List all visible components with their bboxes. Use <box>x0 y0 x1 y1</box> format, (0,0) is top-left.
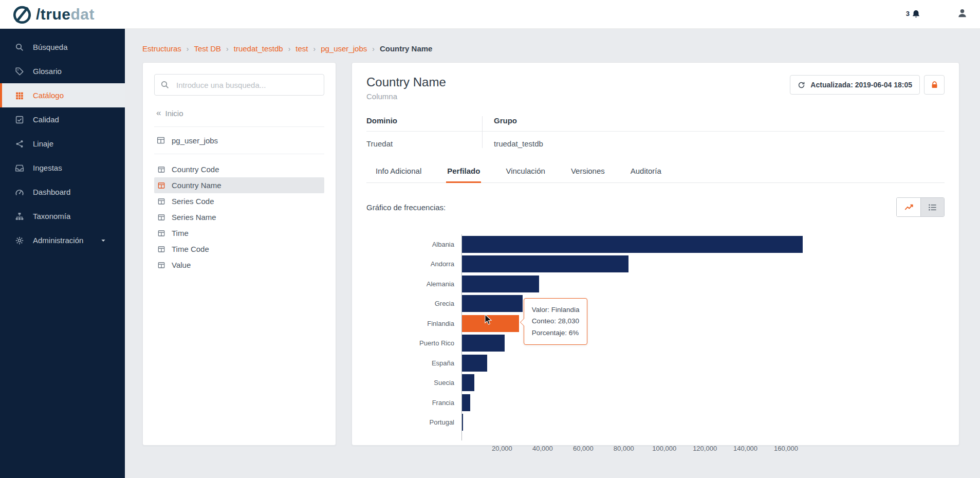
tab-auditoria[interactable]: Auditoría <box>630 167 662 182</box>
columns-icon <box>157 197 165 206</box>
chart-bar-row <box>462 274 806 294</box>
inbox-icon <box>14 163 25 173</box>
field-value-grupo: truedat_testdb <box>482 132 945 148</box>
sidebar-item-linaje[interactable]: Linaje <box>0 132 125 156</box>
tooltip-line: Conteo: 28,030 <box>532 316 580 327</box>
sidebar-item-calidad[interactable]: Calidad <box>0 107 125 132</box>
detail-tabs: Info AdicionalPerfiladoVinculaciónVersio… <box>366 167 945 183</box>
columns-icon <box>157 261 165 269</box>
column-item-label: Series Name <box>172 213 216 222</box>
list-view-toggle[interactable] <box>920 198 944 216</box>
sidebar-item-ingestas[interactable]: Ingestas <box>0 156 125 180</box>
chart-bar-row <box>462 334 806 354</box>
tag-icon <box>14 67 25 76</box>
chart-bar-row <box>462 234 806 254</box>
sidebar-item-dashboard[interactable]: Dashboard <box>0 180 125 204</box>
sidebar-menu: BúsquedaGlosarioCatálogoCalidadLinajeIng… <box>0 29 125 478</box>
column-item-label: Value <box>172 261 191 269</box>
chart-category-label: Suecia <box>366 373 461 393</box>
sidebar-item-label: Catálogo <box>33 91 64 100</box>
x-tick-label: 20,000 <box>492 445 512 452</box>
column-item-label: Country Name <box>172 181 221 190</box>
user-menu-button[interactable] <box>957 8 968 21</box>
sidebar-item-glosario[interactable]: Glosario <box>0 59 125 83</box>
tab-perfilado[interactable]: Perfilado <box>446 167 481 182</box>
share-icon <box>14 139 25 149</box>
chart-tooltip: Valor: FinlandiaConteo: 28,030Porcentaje… <box>524 298 588 345</box>
sidebar-item-taxonomia[interactable]: Taxonomía <box>0 204 125 228</box>
gear-icon <box>14 236 25 245</box>
breadcrumb-separator: › <box>313 45 316 53</box>
column-item-time[interactable]: Time <box>154 225 324 241</box>
chart-plot-area: Valor: FinlandiaConteo: 28,030Porcentaje… <box>461 234 806 440</box>
breadcrumb-link-test-db[interactable]: Test DB <box>194 44 221 53</box>
x-tick-label: 140,000 <box>733 445 757 452</box>
check-square-icon <box>14 115 25 124</box>
chart-category-label: Finlandia <box>366 314 461 334</box>
sidebar-item-label: Administración <box>33 236 83 245</box>
caret-down-icon <box>98 236 108 245</box>
column-item-label: Time Code <box>172 245 209 253</box>
chart-category-label: Alemania <box>366 274 461 294</box>
chart-bar-espana[interactable] <box>462 355 487 372</box>
search-icon <box>14 43 25 52</box>
sidebar-item-catalogo[interactable]: Catálogo <box>0 83 125 107</box>
x-tick-label: 100,000 <box>652 445 676 452</box>
chart-bar-row <box>462 373 806 393</box>
columns-icon <box>157 166 165 174</box>
back-label: Inicio <box>165 109 183 118</box>
brand-text: /truedat <box>36 6 95 23</box>
column-item-time-code[interactable]: Time Code <box>154 241 324 257</box>
column-item-series-name[interactable]: Series Name <box>154 209 324 225</box>
structure-type-label: Columna <box>366 92 446 101</box>
sidebar-item-administracion[interactable]: Administración <box>0 228 125 252</box>
chart-bar-portugal[interactable] <box>462 414 463 431</box>
column-item-value[interactable]: Value <box>154 257 324 273</box>
chevron-double-left-icon: « <box>156 108 160 118</box>
chart-view-toggle[interactable] <box>897 198 920 216</box>
tooltip-line: Valor: Finlandia <box>532 304 580 316</box>
chart-bar-albania[interactable] <box>462 236 803 253</box>
chart-category-labels: AlbaniaAndorraAlemaniaGreciaFinlandiaPue… <box>366 234 461 440</box>
breadcrumb-link-estructuras[interactable]: Estructuras <box>142 44 181 53</box>
breadcrumb-link-truedat-testdb[interactable]: truedat_testdb <box>234 44 283 53</box>
confidential-lock-button[interactable] <box>924 75 945 95</box>
notifications-button[interactable]: 3 <box>906 9 921 19</box>
chart-category-label: Albania <box>366 234 461 254</box>
field-label-dominio: Dominio <box>366 116 482 132</box>
grid-icon <box>14 91 25 100</box>
tab-versiones[interactable]: Versiones <box>570 167 606 182</box>
breadcrumb-link-test[interactable]: test <box>295 44 308 53</box>
sidebar-item-label: Taxonomía <box>33 212 70 220</box>
column-item-series-code[interactable]: Series Code <box>154 193 324 209</box>
chart-bar-alemania[interactable] <box>462 275 539 292</box>
parent-structure-item[interactable]: pg_user_jobs <box>154 127 324 154</box>
chart-category-label: Francia <box>366 393 461 413</box>
chart-bar-suecia[interactable] <box>462 374 474 391</box>
search-input[interactable] <box>154 74 324 96</box>
x-tick-label: 160,000 <box>774 445 798 452</box>
page-title: Country Name <box>366 75 446 89</box>
frequency-bar-chart: AlbaniaAndorraAlemaniaGreciaFinlandiaPue… <box>366 234 945 454</box>
truedat-logo[interactable]: /truedat <box>12 5 95 24</box>
chart-bar-puerto-rico[interactable] <box>462 335 505 352</box>
chart-category-label: Portugal <box>366 413 461 433</box>
field-label-grupo: Grupo <box>482 116 945 132</box>
notification-count: 3 <box>906 10 910 17</box>
refresh-updated-button[interactable]: Actualizada: 2019-06-04 18:05 <box>790 75 920 95</box>
chart-bar-row <box>462 413 806 433</box>
breadcrumb-link-pg-user-jobs[interactable]: pg_user_jobs <box>321 44 367 53</box>
column-item-country-code[interactable]: Country Code <box>154 161 324 177</box>
tab-vinculacion[interactable]: Vinculación <box>505 167 546 182</box>
chart-bar-francia[interactable] <box>462 394 470 411</box>
breadcrumb-current: Country Name <box>380 44 433 53</box>
chart-bar-grecia[interactable] <box>462 295 523 312</box>
chart-bar-andorra[interactable] <box>462 255 628 272</box>
back-to-home-link[interactable]: « Inicio <box>154 108 324 127</box>
chart-category-label: Andorra <box>366 254 461 274</box>
tab-info-adicional[interactable]: Info Adicional <box>375 167 422 182</box>
column-item-country-name[interactable]: Country Name <box>154 177 324 193</box>
sidebar-item-busqueda[interactable]: Búsqueda <box>0 35 125 59</box>
chart-bar-row <box>462 254 806 274</box>
lock-icon <box>930 81 939 89</box>
